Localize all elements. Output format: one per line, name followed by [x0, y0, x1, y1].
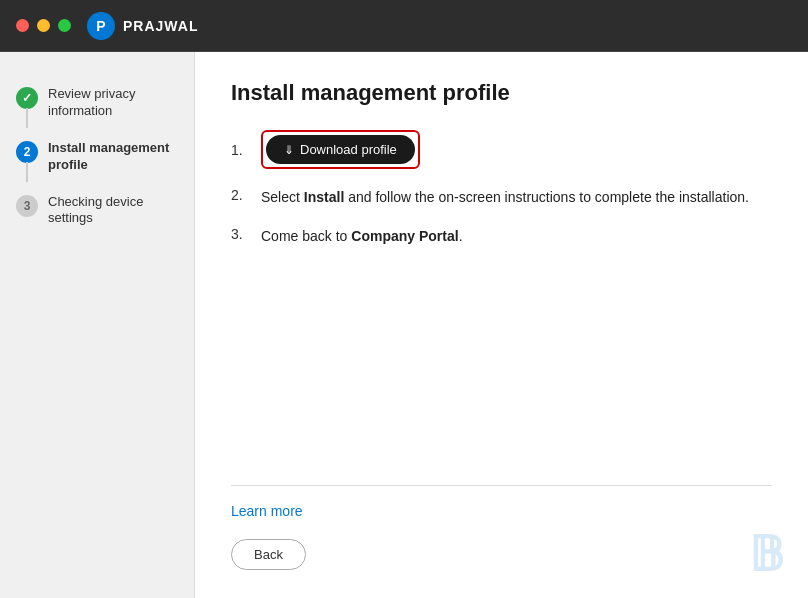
- watermark-letter: 𝔹: [749, 528, 784, 581]
- download-btn-wrapper: ⇓ Download profile: [261, 130, 420, 169]
- step-number-1: 1.: [231, 142, 249, 158]
- sidebar-label-install: Install management profile: [48, 140, 178, 174]
- brand-icon: P: [87, 12, 115, 40]
- step-indicator-pending: 3: [16, 195, 38, 217]
- step-indicator-done: ✓: [16, 87, 38, 109]
- sidebar-label-checking: Checking device settings: [48, 194, 178, 228]
- app-body: ✓ Review privacy information 2 Install m…: [0, 52, 808, 598]
- sidebar-item-text: Review privacy information: [48, 86, 178, 120]
- step-row-2: 2. Select Install and follow the on-scre…: [231, 187, 772, 208]
- download-profile-button[interactable]: ⇓ Download profile: [266, 135, 415, 164]
- watermark: 𝔹: [749, 526, 784, 582]
- action-row: Back: [231, 539, 772, 570]
- back-button[interactable]: Back: [231, 539, 306, 570]
- step-text-3: Come back to Company Portal.: [261, 226, 463, 247]
- sidebar-item-text-install: Install management profile: [48, 140, 178, 174]
- sidebar: ✓ Review privacy information 2 Install m…: [0, 52, 195, 598]
- sidebar-connector-1: [26, 108, 28, 128]
- download-btn-label: Download profile: [300, 142, 397, 157]
- close-button[interactable]: [16, 19, 29, 32]
- main-panel: Install management profile 1. ⇓ Download…: [195, 52, 808, 598]
- step-number-3: 3.: [231, 226, 249, 242]
- step-number-2: 2.: [231, 187, 249, 203]
- sidebar-item-review-privacy[interactable]: ✓ Review privacy information: [0, 76, 194, 130]
- download-icon: ⇓: [284, 143, 294, 157]
- step-row-3: 3. Come back to Company Portal.: [231, 226, 772, 247]
- brand-name: PRAJWAL: [123, 18, 198, 34]
- sidebar-label-review: Review privacy information: [48, 86, 178, 120]
- steps-list: 1. ⇓ Download profile 2. Select Install …: [231, 130, 772, 247]
- titlebar: P PRAJWAL: [0, 0, 808, 52]
- step-row-1: 1. ⇓ Download profile: [231, 130, 772, 169]
- learn-more-link[interactable]: Learn more: [231, 503, 303, 519]
- page-title: Install management profile: [231, 80, 772, 106]
- sidebar-connector-2: [26, 162, 28, 182]
- minimize-button[interactable]: [37, 19, 50, 32]
- brand: P PRAJWAL: [87, 12, 198, 40]
- step-indicator-active: 2: [16, 141, 38, 163]
- sidebar-item-install-management[interactable]: 2 Install management profile: [0, 130, 194, 184]
- bottom-section: Learn more Back: [231, 485, 772, 570]
- sidebar-item-checking-device[interactable]: 3 Checking device settings: [0, 184, 194, 238]
- maximize-button[interactable]: [58, 19, 71, 32]
- step-text-2: Select Install and follow the on-screen …: [261, 187, 749, 208]
- traffic-lights: [16, 19, 71, 32]
- sidebar-item-text-checking: Checking device settings: [48, 194, 178, 228]
